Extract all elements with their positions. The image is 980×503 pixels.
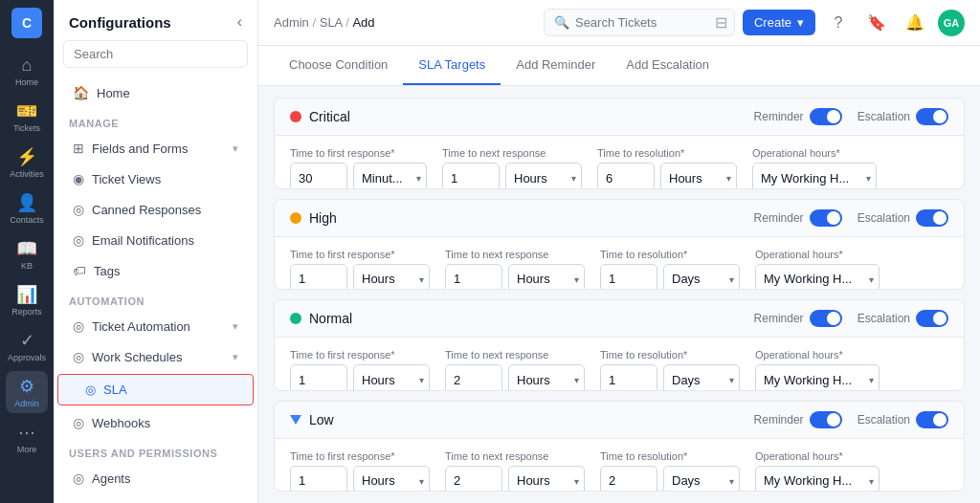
sidebar-search-input[interactable]	[63, 40, 248, 68]
high-next-response-input[interactable]	[445, 264, 502, 291]
low-resolution-input[interactable]	[600, 466, 657, 492]
low-reminder-toggle[interactable]	[810, 411, 842, 428]
critical-next-response-unit-select[interactable]: Hours Minutes Days	[505, 163, 582, 189]
tab-choose-condition[interactable]: Choose Condition	[274, 46, 403, 85]
nav-kb[interactable]: 📖 KB	[6, 233, 48, 275]
critical-resolution-input[interactable]	[597, 163, 655, 189]
normal-op-hours-select[interactable]: My Working H...	[755, 364, 880, 391]
sidebar-item-tags[interactable]: 🏷 Tags	[57, 255, 254, 286]
tab-add-escalation[interactable]: Add Escalation	[611, 46, 724, 85]
help-icon[interactable]: ?	[823, 8, 854, 38]
escalation-label: Escalation	[858, 110, 910, 123]
high-op-hours-label: Operational hours*	[755, 249, 880, 260]
high-reminder-toggle[interactable]	[810, 209, 842, 227]
critical-first-response-unit-select[interactable]: Minut... Hours Days	[353, 163, 427, 189]
normal-next-response-row: Hours Minutes Days	[445, 364, 585, 391]
nav-approvals[interactable]: ✓ Approvals	[6, 325, 48, 367]
normal-first-response-unit-select[interactable]: Hours Minutes Days	[353, 364, 430, 391]
low-escalation-toggle[interactable]	[916, 411, 948, 428]
normal-reminder-toggle[interactable]	[810, 310, 842, 327]
search-input[interactable]	[575, 15, 709, 30]
normal-escalation-toggle-group: Escalation	[858, 310, 948, 327]
sidebar-item-home[interactable]: 🏠 Home	[57, 77, 254, 108]
sidebar-item-work-schedules[interactable]: ◎ Work Schedules ▾	[57, 341, 254, 372]
filter-icon[interactable]: ⊟	[715, 13, 727, 32]
normal-first-response-input[interactable]	[290, 364, 347, 391]
normal-resolution-unit-select[interactable]: Days Hours Minutes	[663, 364, 740, 391]
notification-icon[interactable]: 🔔	[900, 8, 930, 38]
sla-card-critical-header: Critical Reminder Escalation	[275, 98, 964, 136]
normal-first-response-row: Hours Minutes Days	[290, 364, 430, 391]
nav-activities[interactable]: ⚡ Activities	[6, 142, 48, 184]
nav-more[interactable]: ⋯ More	[6, 417, 48, 459]
high-resolution-input[interactable]	[600, 264, 657, 291]
sla-card-normal: Normal Reminder Escalation Time to first…	[274, 299, 965, 391]
avatar[interactable]: GA	[938, 10, 965, 36]
low-op-hours-select[interactable]: My Working H...	[755, 466, 880, 492]
bookmark-icon[interactable]: 🔖	[861, 8, 892, 38]
critical-op-hours-select[interactable]: My Working H...	[752, 163, 877, 189]
low-next-response-input[interactable]	[445, 466, 502, 492]
high-label: High	[309, 210, 337, 226]
manage-section-label: MANAGE	[54, 108, 257, 133]
sidebar-collapse-button[interactable]: ‹	[237, 13, 242, 31]
low-next-response-row: Hours Minutes Days	[445, 466, 585, 492]
nav-contacts-label: Contacts	[10, 215, 44, 225]
high-op-hours-select[interactable]: My Working H...	[755, 264, 880, 291]
sidebar-item-fields-forms[interactable]: ⊞ Fields and Forms ▾	[57, 133, 254, 164]
create-button[interactable]: Create ▾	[743, 10, 815, 35]
normal-escalation-toggle[interactable]	[916, 310, 948, 327]
sidebar-item-ticket-views[interactable]: ◉ Ticket Views	[57, 164, 254, 194]
critical-reminder-toggle[interactable]	[810, 108, 842, 125]
nav-tickets[interactable]: 🎫 Tickets	[6, 96, 48, 138]
critical-resolution-unit-select[interactable]: Hours Minutes Days	[660, 163, 737, 189]
sidebar-item-ticket-automation[interactable]: ◎ Ticket Automation ▾	[57, 311, 254, 341]
nav-home[interactable]: ⌂ Home	[6, 50, 48, 92]
sidebar-item-sla[interactable]: ◎ SLA	[57, 374, 254, 405]
left-navigation: C ⌂ Home 🎫 Tickets ⚡ Activities 👤 Contac…	[0, 0, 54, 503]
nav-admin[interactable]: ⚙ Admin	[6, 371, 48, 413]
low-resolution-unit-select[interactable]: Days Hours Minutes	[663, 466, 740, 492]
critical-escalation-toggle[interactable]	[916, 108, 948, 125]
ticket-automation-icon: ◎	[73, 318, 84, 334]
reminder-label: Reminder	[754, 110, 804, 123]
sidebar-item-webhooks[interactable]: ◎ Webhooks	[57, 407, 254, 438]
sidebar-item-email-notifications[interactable]: ◎ Email Notifications	[57, 225, 254, 255]
high-first-response-unit-select[interactable]: Hours Minutes Days	[353, 264, 430, 291]
nav-reports[interactable]: 📊 Reports	[6, 279, 48, 321]
high-escalation-toggle[interactable]	[916, 209, 948, 227]
tab-sla-targets[interactable]: SLA Targets	[403, 46, 501, 85]
sla-card-low: Low Reminder Escalation Time to first re…	[274, 401, 965, 492]
high-first-response-input[interactable]	[290, 264, 347, 291]
sla-card-high-body: Time to first response* Hours Minutes Da…	[275, 237, 964, 291]
low-first-response-unit-select[interactable]: Hours Minutes Days	[353, 466, 430, 492]
low-op-hours: Operational hours* My Working H...	[755, 450, 880, 492]
normal-op-hours: Operational hours* My Working H...	[755, 349, 880, 391]
low-first-response-input[interactable]	[290, 466, 347, 492]
high-op-hours: Operational hours* My Working H...	[755, 249, 880, 291]
normal-label: Normal	[309, 311, 352, 326]
tab-add-reminder[interactable]: Add Reminder	[501, 46, 611, 85]
high-op-hours-wrapper: My Working H...	[755, 264, 880, 291]
high-next-response-unit-select[interactable]: Hours Minutes Days	[508, 264, 585, 291]
normal-header-controls: Reminder Escalation	[754, 310, 948, 327]
sidebar-item-groups[interactable]: ◎ Groups (Teams)	[57, 493, 254, 503]
normal-resolution-input[interactable]	[600, 364, 657, 391]
sidebar-item-canned-responses[interactable]: ◎ Canned Responses	[57, 194, 254, 225]
normal-reminder-toggle-group: Reminder	[754, 310, 842, 327]
critical-next-response-input[interactable]	[442, 163, 500, 189]
sidebar-item-agents[interactable]: ◎ Agents	[57, 463, 254, 493]
nav-contacts[interactable]: 👤 Contacts	[6, 187, 48, 230]
high-op-hours-row: My Working H...	[755, 264, 880, 291]
high-resolution-unit-select[interactable]: Days Hours Minutes	[663, 264, 740, 291]
nav-more-label: More	[17, 445, 37, 454]
sla-card-low-body: Time to first response* Hours Minutes Da…	[275, 439, 964, 492]
critical-first-response-input[interactable]	[290, 163, 347, 189]
normal-next-response-input[interactable]	[445, 364, 502, 391]
low-next-response-unit-select[interactable]: Hours Minutes Days	[508, 466, 585, 492]
normal-next-response-unit-select[interactable]: Hours Minutes Days	[508, 364, 585, 391]
sla-card-low-header: Low Reminder Escalation	[275, 402, 964, 439]
high-resolution: Time to resolution* Days Hours Minutes	[600, 249, 740, 291]
high-reminder-label: Reminder	[754, 211, 804, 225]
fields-forms-icon: ⊞	[73, 141, 84, 156]
